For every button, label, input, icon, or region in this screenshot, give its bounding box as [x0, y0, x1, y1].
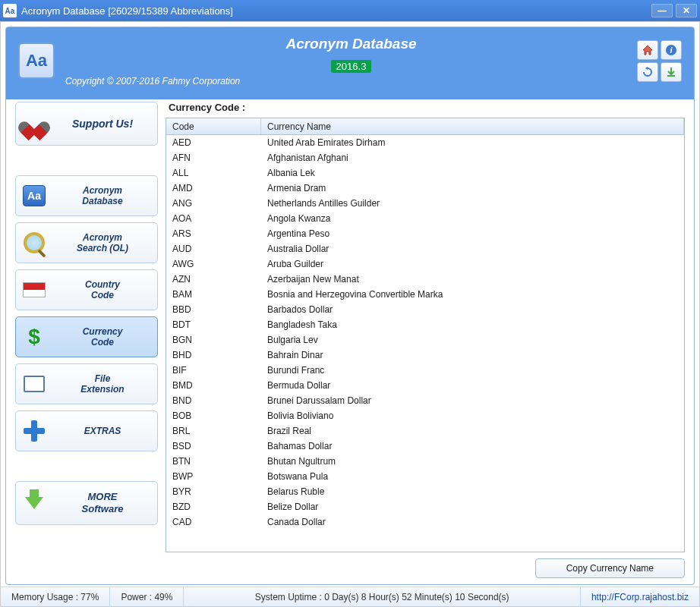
cell-code: ANG	[166, 198, 261, 209]
table-row[interactable]: AEDUnited Arab Emirates Dirham	[166, 135, 684, 150]
table-body[interactable]: AEDUnited Arab Emirates DirhamAFNAfghani…	[166, 135, 684, 552]
cell-name: Azerbaijan New Manat	[261, 274, 684, 285]
table-row[interactable]: BMDBermuda Dollar	[166, 378, 684, 393]
sidebar: Support Us! Aa Acronym Database Acronym …	[15, 102, 158, 578]
table-row[interactable]: BHDBahrain Dinar	[166, 348, 684, 363]
table-row[interactable]: BRLBrazil Real	[166, 423, 684, 439]
cell-code: CAD	[166, 517, 261, 527]
table-row[interactable]: BTNBhutan Ngultrum	[166, 454, 684, 469]
table-row[interactable]: BYRBelarus Ruble	[166, 484, 684, 499]
copyright-text: Copyright © 2007-2016 Fahmy Corporation	[65, 76, 637, 86]
table-row[interactable]: BZDBelize Dollar	[166, 499, 684, 514]
sidebar-item-file-extension[interactable]: File Extension	[15, 363, 158, 404]
copy-currency-name-button[interactable]: Copy Currency Name	[535, 558, 685, 578]
table-row[interactable]: AZNAzerbaijan New Manat	[166, 272, 684, 287]
download-button[interactable]	[661, 62, 682, 82]
sidebar-item-currency-code[interactable]: $ Currency Code	[15, 316, 158, 357]
cell-name: Belize Dollar	[261, 502, 684, 512]
home-button[interactable]	[637, 40, 658, 60]
table-row[interactable]: BBDBarbados Dollar	[166, 302, 684, 317]
app-icon: Aa	[3, 4, 17, 17]
file-icon	[24, 376, 45, 392]
cell-name: Armenia Dram	[261, 183, 684, 193]
minimize-button[interactable]: —	[651, 4, 673, 17]
table-row[interactable]: ANGNetherlands Antilles Guilder	[166, 196, 684, 211]
table-row[interactable]: AMDArmenia Dram	[166, 181, 684, 196]
table-row[interactable]: BDTBangladesh Taka	[166, 317, 684, 332]
cell-code: BHD	[166, 350, 261, 360]
cell-code: BIF	[166, 365, 261, 376]
more-software-button[interactable]: MORE Software	[15, 481, 158, 525]
cell-name: Argentina Peso	[261, 228, 684, 239]
table-row[interactable]: ALLAlbania Lek	[166, 165, 684, 181]
cell-name: Afghanistan Afghani	[261, 153, 684, 163]
status-power: Power : 49%	[110, 587, 184, 606]
cell-name: Bolivia Boliviano	[261, 410, 684, 421]
sidebar-item-extras[interactable]: EXTRAS	[15, 410, 158, 451]
cell-name: Brunei Darussalam Dollar	[261, 395, 684, 406]
cell-code: BOB	[166, 410, 261, 421]
cell-name: Barbados Dollar	[261, 304, 684, 315]
cell-code: BTN	[166, 456, 261, 467]
plus-icon	[24, 420, 45, 442]
svg-rect-2	[667, 75, 675, 77]
cell-name: Angola Kwanza	[261, 213, 684, 224]
cell-code: BSD	[166, 441, 261, 451]
cell-code: AOA	[166, 213, 261, 224]
table-row[interactable]: AOAAngola Kwanza	[166, 211, 684, 226]
table-row[interactable]: BIFBurundi Franc	[166, 363, 684, 378]
cell-code: ARS	[166, 228, 261, 239]
close-button[interactable]: ✕	[676, 4, 697, 17]
table-row[interactable]: BSDBahamas Dollar	[166, 439, 684, 454]
cell-name: Bahrain Dinar	[261, 350, 684, 360]
table-row[interactable]: BOBBolivia Boliviano	[166, 408, 684, 423]
cell-code: AWG	[166, 259, 261, 269]
table-row[interactable]: BWPBotswana Pula	[166, 469, 684, 484]
app-name: Acronym Database	[285, 36, 416, 52]
cell-name: Bulgaria Lev	[261, 335, 684, 345]
table-row[interactable]: BGNBulgaria Lev	[166, 332, 684, 348]
cell-code: BND	[166, 395, 261, 406]
cell-name: Brazil Real	[261, 426, 684, 436]
cell-code: AZN	[166, 274, 261, 285]
table-row[interactable]: AFNAfghanistan Afghani	[166, 150, 684, 165]
dollar-icon: $	[25, 326, 43, 348]
table-row[interactable]: BNDBrunei Darussalam Dollar	[166, 393, 684, 408]
col-header-code[interactable]: Code	[166, 118, 261, 134]
cell-code: BDT	[166, 319, 261, 330]
cell-name: Aruba Guilder	[261, 259, 684, 269]
sidebar-item-acronym-db[interactable]: Aa Acronym Database	[15, 175, 158, 216]
cell-code: BRL	[166, 426, 261, 436]
col-header-name[interactable]: Currency Name	[261, 118, 684, 134]
sidebar-item-country-code[interactable]: Country Code	[15, 269, 158, 310]
cell-code: BWP	[166, 471, 261, 482]
table-row[interactable]: CADCanada Dollar	[166, 514, 684, 530]
cell-name: Bahamas Dollar	[261, 441, 684, 451]
cell-name: Netherlands Antilles Guilder	[261, 198, 684, 209]
refresh-button[interactable]	[637, 62, 658, 82]
table-row[interactable]: AWGAruba Guilder	[166, 256, 684, 272]
sidebar-item-acronym-search[interactable]: Acronym Search (OL)	[15, 222, 158, 263]
app-header: Aa Acronym Database 2016.3 Copyright © 2…	[6, 27, 694, 94]
heart-icon	[23, 114, 46, 134]
magnifier-icon	[24, 232, 45, 253]
cell-code: BBD	[166, 304, 261, 315]
cell-name: Bermuda Dollar	[261, 380, 684, 391]
table-row[interactable]: BAMBosnia and Herzegovina Convertible Ma…	[166, 287, 684, 302]
status-uptime: System Uptime : 0 Day(s) 8 Hour(s) 52 Mi…	[184, 587, 581, 606]
cell-code: AUD	[166, 244, 261, 254]
cell-name: Botswana Pula	[261, 471, 684, 482]
section-heading: Currency Code :	[169, 102, 685, 113]
cell-code: AFN	[166, 153, 261, 163]
cell-name: Albania Lek	[261, 168, 684, 178]
table-row[interactable]: ARSArgentina Peso	[166, 226, 684, 241]
cell-name: Bhutan Ngultrum	[261, 456, 684, 467]
support-us-button[interactable]: Support Us!	[15, 102, 158, 146]
flag-icon	[23, 282, 46, 297]
aa-icon: Aa	[23, 185, 46, 206]
status-url[interactable]: http://FCorp.rajahost.biz	[581, 587, 699, 606]
table-row[interactable]: AUDAustralia Dollar	[166, 241, 684, 256]
currency-table: Code Currency Name AEDUnited Arab Emirat…	[166, 118, 685, 552]
info-button[interactable]: i	[661, 40, 682, 60]
cell-code: AMD	[166, 183, 261, 193]
